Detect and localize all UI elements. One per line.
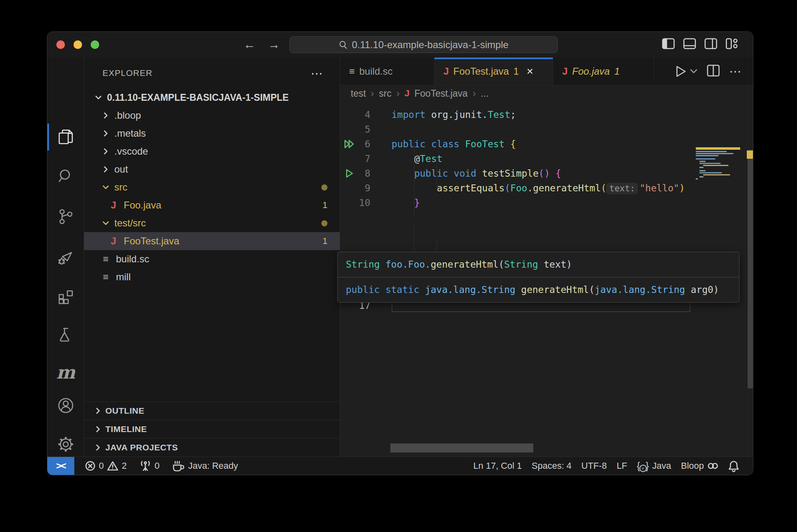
status-eol[interactable]: LF [612, 457, 632, 475]
status-problems[interactable]: 02 [80, 457, 132, 475]
warning-icon [107, 461, 118, 471]
tree-item-bloop[interactable]: .bloop [84, 106, 340, 124]
activity-extensions-icon[interactable] [47, 278, 84, 315]
tree-item-label: test/src [114, 217, 146, 229]
code-token: public class [392, 139, 465, 149]
panel-left-icon[interactable] [662, 38, 675, 49]
status-encoding[interactable]: UTF-8 [577, 457, 612, 475]
tab-build-sc[interactable]: ≡build.sc [340, 58, 434, 85]
explorer-more-icon[interactable]: ⋯ [311, 66, 323, 80]
activity-gear-icon[interactable] [47, 426, 84, 463]
panel-bottom-icon[interactable] [683, 38, 696, 49]
tree-item-vscode[interactable]: .vscode [84, 142, 340, 160]
activity-test-beaker-icon[interactable] [47, 316, 84, 352]
explorer-sidebar: EXPLORER ⋯ 0.11.10-EXAMPLE-BASICJAVA-1-S… [84, 58, 340, 457]
tab-bar: ≡build.scJFooTest.java1×JFoo.java1 ⋯ [340, 58, 753, 85]
code-line-6[interactable]: 6public class FooTest { [340, 137, 753, 151]
status-notifications[interactable] [724, 457, 744, 475]
code-line-5[interactable]: 5 [340, 122, 753, 137]
java-file-icon: J [443, 66, 449, 77]
panel-right-icon[interactable] [705, 38, 717, 49]
tab-footest-java[interactable]: JFooTest.java1× [434, 58, 553, 85]
breadcrumb: test›src›JFooTest.java›... [340, 85, 753, 102]
code-token: { [510, 139, 516, 149]
status-indentation[interactable]: Spaces: 4 [527, 457, 577, 475]
close-icon[interactable]: × [527, 65, 533, 78]
back-icon[interactable]: ← [243, 38, 256, 51]
tree-item-src[interactable]: src [84, 178, 340, 196]
breadcrumb-item-src[interactable]: src [379, 88, 392, 99]
status-language-status[interactable]: {×}Java [632, 457, 676, 475]
activity-metals-icon[interactable]: m [47, 354, 84, 391]
status-cursor-position[interactable]: Ln 17, Col 1 [468, 457, 527, 475]
command-center-search[interactable]: 0.11.10-example-basicjava-1-simple [289, 36, 558, 53]
breadcrumb-item-test[interactable]: test [351, 88, 366, 99]
tree-root[interactable]: 0.11.10-EXAMPLE-BASICJAVA-1-SIMPLE [84, 89, 340, 106]
code-line-11[interactable] [340, 210, 753, 225]
tree-item-footest-java[interactable]: JFooTest.java1 [84, 232, 340, 250]
tree-item-metals[interactable]: .metals [84, 124, 340, 142]
problem-count-badge: 1 [323, 236, 327, 246]
chevron-down-icon [100, 220, 111, 226]
activity-files-icon[interactable] [47, 119, 84, 155]
tree-item-test-src[interactable]: test/src [84, 214, 340, 232]
activity-account-icon[interactable] [47, 387, 84, 424]
layout-grid-icon[interactable] [726, 38, 738, 49]
code-line-8[interactable]: 8 public void testSimple() { [340, 166, 753, 181]
code-token [392, 153, 414, 164]
status-label: Ln 17, Col 1 [473, 461, 522, 471]
horizontal-scrollbar[interactable] [390, 443, 533, 452]
tree-item-foo-java[interactable]: JFoo.java1 [84, 196, 340, 214]
active-indicator [47, 124, 49, 151]
section-timeline[interactable]: TIMELINE [84, 420, 340, 438]
code-line-7[interactable]: 7 @Test [340, 151, 753, 166]
status-label: UTF-8 [581, 461, 607, 471]
code-line-9[interactable]: 9 assertEquals(Foo.generateHtml(text:"he… [340, 181, 753, 195]
forward-icon[interactable]: → [268, 38, 280, 51]
file-tree: 0.11.10-EXAMPLE-BASICJAVA-1-SIMPLE.bloop… [84, 89, 340, 286]
code-line-12[interactable] [340, 225, 753, 239]
code-token: testSimple [482, 168, 539, 179]
code-line-10[interactable]: 10 } [340, 195, 753, 210]
tree-item-build-sc[interactable]: ≡build.sc [84, 250, 340, 268]
status-ports[interactable]: 0 [134, 457, 165, 475]
section-label: JAVA PROJECTS [105, 443, 178, 452]
tab-label: FooTest.java [453, 66, 509, 77]
code-editor[interactable]: String foo.Foo.generateHtml(String text)… [340, 102, 753, 457]
section-java-projects[interactable]: JAVA PROJECTS [84, 438, 340, 457]
status-java-status[interactable]: Java: Ready [167, 457, 243, 475]
chevron-down-icon [93, 94, 104, 101]
activity-run-debug-icon[interactable] [47, 239, 84, 276]
chevron-right-icon [95, 444, 101, 451]
code-token: . [527, 183, 533, 193]
breadcrumb-item-footest-java[interactable]: FooTest.java [414, 88, 468, 99]
section-outline[interactable]: OUTLINE [84, 401, 340, 420]
chevron-right-icon [95, 408, 101, 414]
editor-area: ≡build.scJFooTest.java1×JFoo.java1 ⋯ tes… [340, 58, 753, 457]
title-bar: ← → 0.11.10-example-basicjava-1-simple [47, 32, 753, 58]
link-icon [707, 462, 719, 470]
code-token: import [392, 109, 431, 120]
run-button[interactable] [675, 65, 697, 78]
tree-item-out[interactable]: out [84, 160, 340, 178]
code-line-4[interactable]: 4import org.junit.Test; [340, 107, 753, 122]
tree-item-mill[interactable]: ≡mill [84, 268, 340, 286]
more-actions-icon[interactable]: ⋯ [729, 64, 741, 78]
status-label: 0 [155, 461, 160, 471]
tab-foo-java[interactable]: JFoo.java1 [553, 58, 654, 85]
code-token: Foo [510, 183, 528, 193]
activity-search-icon[interactable] [47, 157, 84, 194]
modified-dot-badge [321, 220, 327, 226]
activity-source-control-icon[interactable] [47, 198, 84, 235]
minimize-window-button[interactable] [73, 40, 82, 49]
breadcrumb-separator: › [472, 88, 476, 99]
close-window-button[interactable] [56, 40, 65, 49]
status-label: Bloop [681, 461, 704, 471]
breadcrumb-item-[interactable]: ... [481, 88, 488, 99]
maximize-window-button[interactable] [91, 40, 99, 49]
code-token: org.junit. [431, 109, 488, 120]
status-bloop[interactable]: Bloop [676, 457, 724, 475]
split-editor-button[interactable] [707, 65, 719, 78]
chevron-right-icon [95, 426, 101, 432]
code-token: Test [420, 153, 442, 164]
